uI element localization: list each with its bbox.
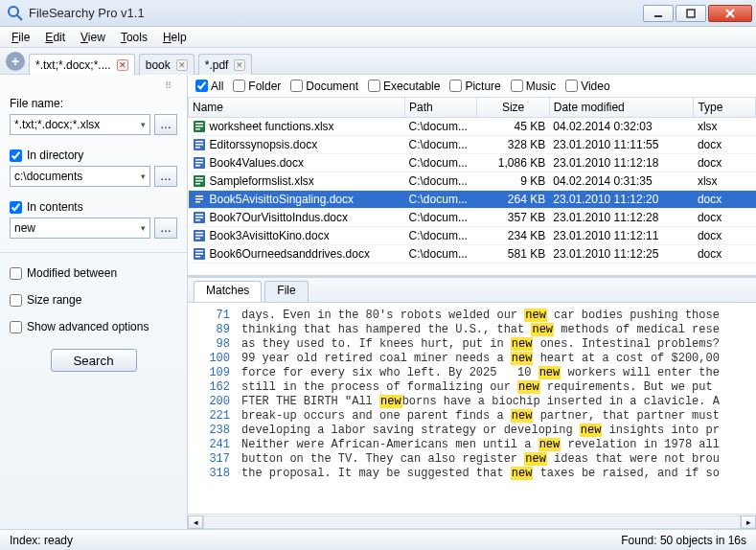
svg-rect-21 (195, 183, 200, 185)
table-row[interactable]: Book4Values.docxC:\docum...1,086 KB23.01… (189, 154, 756, 172)
chevron-down-icon: ▾ (141, 120, 146, 129)
col-path[interactable]: Path (405, 98, 477, 118)
search-button[interactable]: Search (51, 349, 137, 372)
tab-0[interactable]: *.txt;*.docx;*.... ✕ (29, 54, 135, 75)
menu-help[interactable]: Help (157, 29, 193, 46)
preview-tab-file[interactable]: File (264, 281, 308, 302)
in-contents-label: In contents (27, 200, 83, 214)
modified-between-checkbox[interactable] (10, 267, 22, 280)
horizontal-scrollbar[interactable]: ◂ ▸ (188, 514, 756, 529)
filter-document[interactable]: Document (290, 80, 358, 93)
col-date[interactable]: Date modified (549, 98, 694, 118)
table-row[interactable]: Book6Ourneedsanddrives.docxC:\docum...58… (189, 245, 756, 264)
panel-grip-icon[interactable]: ⠿ (10, 80, 177, 91)
svg-rect-35 (195, 250, 203, 252)
svg-rect-7 (195, 123, 203, 125)
filter-executable[interactable]: Executable (368, 80, 440, 93)
tab-close-icon[interactable]: ✕ (234, 59, 245, 71)
svg-point-0 (9, 7, 18, 16)
maximize-button[interactable] (676, 5, 706, 22)
filter-folder[interactable]: Folder (233, 80, 281, 93)
menu-edit[interactable]: Edit (39, 29, 71, 46)
svg-rect-3 (687, 10, 695, 17)
filter-all[interactable]: All (195, 80, 223, 93)
svg-rect-8 (195, 126, 203, 127)
tab-strip: + *.txt;*.docx;*.... ✕ book ✕ *.pdf ✕ (0, 48, 756, 75)
preview-tab-matches[interactable]: Matches (194, 281, 262, 302)
chevron-down-icon: ▾ (141, 172, 146, 181)
status-found: Found: 50 objects in 16s (621, 534, 746, 547)
titlebar: FileSearchy Pro v1.1 (0, 0, 756, 27)
tab-label: *.txt;*.docx;*.... (35, 58, 111, 72)
tab-close-icon[interactable]: ✕ (117, 59, 128, 71)
contents-input[interactable]: new▾ (10, 218, 150, 239)
svg-rect-25 (195, 201, 200, 203)
svg-rect-9 (195, 128, 200, 130)
scroll-right-icon[interactable]: ▸ (741, 516, 756, 529)
svg-rect-27 (195, 214, 203, 216)
status-bar: Index: ready Found: 50 objects in 16s (0, 529, 756, 550)
table-row[interactable]: worksheet functions.xlsxC:\docum...45 KB… (189, 118, 756, 136)
col-size[interactable]: Size (477, 98, 549, 118)
svg-rect-20 (195, 180, 203, 182)
svg-rect-12 (195, 144, 203, 146)
results-panel: All Folder Document Executable Picture M… (188, 75, 756, 529)
col-name[interactable]: Name (189, 98, 405, 118)
tab-2[interactable]: *.pdf ✕ (198, 54, 253, 75)
svg-rect-28 (195, 217, 203, 218)
filter-picture[interactable]: Picture (449, 80, 500, 93)
new-tab-button[interactable]: + (6, 52, 25, 71)
contents-options-button[interactable]: … (154, 218, 177, 239)
advanced-options-label: Show advanced options (27, 320, 149, 333)
in-contents-checkbox[interactable] (10, 201, 22, 214)
tab-close-icon[interactable]: ✕ (176, 59, 188, 71)
advanced-options-checkbox[interactable] (10, 321, 22, 333)
preview-panel: Matches File 71days. Even in the 80's ro… (188, 276, 756, 529)
table-row[interactable]: Sampleformslist.xlsxC:\docum...9 KB04.02… (189, 172, 756, 191)
svg-rect-17 (195, 165, 200, 167)
svg-rect-15 (195, 159, 203, 161)
chevron-down-icon: ▾ (141, 223, 146, 233)
svg-rect-33 (195, 238, 200, 240)
size-range-label: Size range (27, 293, 81, 307)
svg-rect-16 (195, 162, 203, 164)
filename-label: File name: (10, 97, 177, 110)
table-row[interactable]: Editorssynopsis.docxC:\docum...328 KB23.… (189, 136, 756, 154)
search-sidebar: ⠿ File name: *.txt;*.docx;*.xlsx▾ … In d… (0, 75, 188, 529)
close-button[interactable] (708, 5, 752, 22)
size-range-checkbox[interactable] (10, 294, 22, 307)
type-filter-bar: All Folder Document Executable Picture M… (188, 75, 756, 98)
svg-rect-19 (195, 177, 203, 179)
matches-preview[interactable]: 71days. Even in the 80's robots welded o… (188, 303, 756, 514)
in-directory-label: In directory (27, 149, 83, 162)
tab-1[interactable]: book ✕ (139, 54, 195, 75)
filter-video[interactable]: Video (565, 80, 609, 93)
table-row[interactable]: Book5AvisittoSingaling.docxC:\docum...26… (189, 191, 756, 209)
directory-browse-button[interactable]: … (154, 166, 177, 187)
scroll-left-icon[interactable]: ◂ (188, 516, 203, 529)
menu-file[interactable]: File (6, 29, 35, 46)
svg-rect-29 (195, 219, 200, 221)
minimize-button[interactable] (643, 5, 674, 22)
table-row[interactable]: Book7OurVisittoIndus.docxC:\docum...357 … (189, 209, 756, 227)
svg-rect-24 (195, 198, 203, 200)
svg-line-1 (17, 15, 22, 20)
svg-rect-23 (195, 195, 203, 197)
table-row[interactable]: Book3AvisittoKino.docxC:\docum...234 KB2… (189, 227, 756, 245)
menu-view[interactable]: View (75, 29, 111, 46)
menu-tools[interactable]: Tools (115, 29, 153, 46)
svg-rect-31 (195, 232, 203, 234)
col-type[interactable]: Type (694, 98, 756, 118)
directory-input[interactable]: c:\documents▾ (10, 166, 150, 187)
filter-music[interactable]: Music (511, 80, 556, 93)
filename-input[interactable]: *.txt;*.docx;*.xlsx▾ (10, 114, 150, 135)
svg-rect-11 (195, 141, 203, 143)
svg-rect-32 (195, 235, 203, 237)
svg-rect-36 (195, 253, 203, 255)
window-title: FileSearchy Pro v1.1 (29, 6, 641, 20)
results-table[interactable]: Name Path Size Date modified Type worksh… (188, 98, 756, 276)
svg-rect-37 (195, 256, 200, 258)
filename-browse-button[interactable]: … (154, 114, 177, 135)
status-index: Index: ready (10, 534, 73, 547)
in-directory-checkbox[interactable] (10, 149, 22, 162)
